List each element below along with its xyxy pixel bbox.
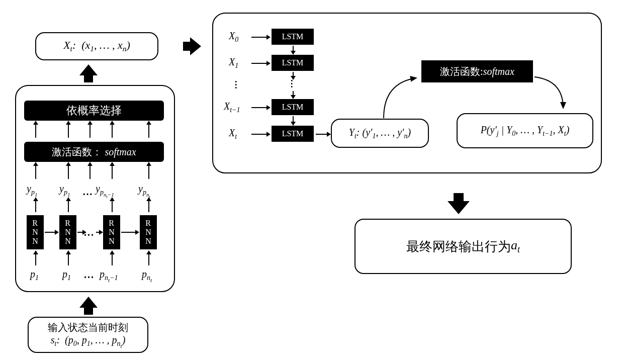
- softmax-box-left: 激活函数： softmax: [24, 142, 164, 162]
- lstm-cell-0: LSTM: [272, 29, 314, 45]
- p-label-4: pnt: [142, 268, 152, 283]
- arrow-x0-lstm: [251, 37, 266, 38]
- arrow-xt1-lstm: [251, 107, 266, 108]
- arrow-rnn-12: [45, 232, 55, 233]
- arrow-rnn-d3: [96, 232, 99, 233]
- arrow-yd1-sm: [90, 166, 91, 179]
- xt-box: Xt: (x1, … , xn): [35, 32, 158, 60]
- rnn-cell-3: RNN: [103, 215, 120, 249]
- arrow-y1-sm: [35, 166, 36, 179]
- input-state-label: 输入状态当前时刻: [48, 321, 128, 334]
- arrow-input-to-rnn: [79, 297, 98, 308]
- p-label-2: p1: [62, 268, 71, 282]
- arrow-xt-to-lstm: [190, 37, 201, 55]
- y-label-4: ypnt: [138, 183, 150, 199]
- p-label-1: p1: [30, 268, 39, 282]
- arrow-sm-sel-5: [148, 125, 149, 138]
- rnn-cell-2: RNN: [59, 215, 76, 249]
- arrow-rnn-to-xt: [79, 64, 98, 75]
- x0-label: X0: [229, 30, 238, 44]
- arrow-y4-sm: [148, 166, 149, 179]
- arrow-rnn3-y: [112, 201, 113, 212]
- arrow-y3-sm: [112, 166, 113, 179]
- final-output-box: 最终网络输出行为 at: [354, 219, 572, 274]
- prob-box: P(y′j | Y0, … , Yt−1, Xt): [457, 113, 593, 148]
- selection-box: 依概率选择: [24, 101, 164, 121]
- arrow-p4-rnn: [148, 254, 149, 265]
- arrow-p1-rnn: [35, 254, 36, 265]
- arrow-p2-rnn: [68, 254, 69, 265]
- arrow-rnn4-y: [148, 201, 149, 212]
- arrow-sm-sel-2: [68, 125, 69, 138]
- y-label-3: ypnt−1: [96, 183, 114, 199]
- arrow-sm-sel-3: [90, 125, 91, 138]
- arrow-rnn-34: [121, 232, 135, 233]
- p-dots: ···: [84, 271, 95, 283]
- yt-box: Yt: (y′1, … , y′n): [331, 119, 429, 148]
- input-state-expr: st: (p0, p1, … , pnt): [51, 334, 126, 349]
- arrow-rnn-23: [77, 232, 82, 233]
- arrow-sm-sel-1: [35, 125, 36, 138]
- y-dots: …: [82, 186, 94, 198]
- rnn-cell-4: RNN: [140, 215, 157, 249]
- arrow-y2-sm: [68, 166, 69, 179]
- arrow-lstm-to-yt: [316, 134, 327, 135]
- lstm-cell-t1: LSTM: [272, 99, 314, 115]
- arrow-rnn2-y: [68, 201, 69, 212]
- y-label-2: yp1: [59, 183, 70, 198]
- arrow-xt-lstm: [251, 134, 266, 135]
- xt1-label: Xt−1: [224, 101, 240, 114]
- arrow-rnn1-y: [35, 201, 36, 212]
- y-label-1: yp1: [27, 183, 37, 198]
- lstm-vdots: ···: [291, 79, 293, 88]
- arrow-lstm-01: [293, 46, 294, 51]
- arrow-softmax-to-prob: [530, 73, 571, 113]
- softmax-box-right: 激活函数:softmax: [421, 60, 533, 82]
- x1-label: X1: [229, 56, 238, 70]
- arrow-lstm-to-final: [448, 201, 470, 214]
- arrow-lstm-d3: [293, 91, 294, 95]
- arrow-yt-to-softmax: [382, 73, 422, 121]
- lstm-cell-1: LSTM: [272, 55, 314, 71]
- p-label-3: pnt−1: [100, 268, 118, 283]
- arrow-lstm-34: [293, 116, 294, 122]
- input-state-box: 输入状态当前时刻 st: (p0, p1, … , pnt): [28, 317, 148, 353]
- rnn-cell-1: RNN: [27, 215, 44, 249]
- x-vdots: ···: [235, 80, 237, 89]
- arrow-lstm-12: [293, 72, 294, 76]
- arrow-sm-sel-4: [112, 125, 113, 138]
- xt-label: Xt: [229, 127, 237, 141]
- arrow-p3-rnn: [112, 254, 113, 265]
- arrow-x1-lstm: [251, 63, 266, 64]
- diagram-root: 输入状态当前时刻 st: (p0, p1, … , pnt) p1 p1 ···…: [0, 0, 623, 364]
- lstm-cell-t: LSTM: [272, 126, 314, 142]
